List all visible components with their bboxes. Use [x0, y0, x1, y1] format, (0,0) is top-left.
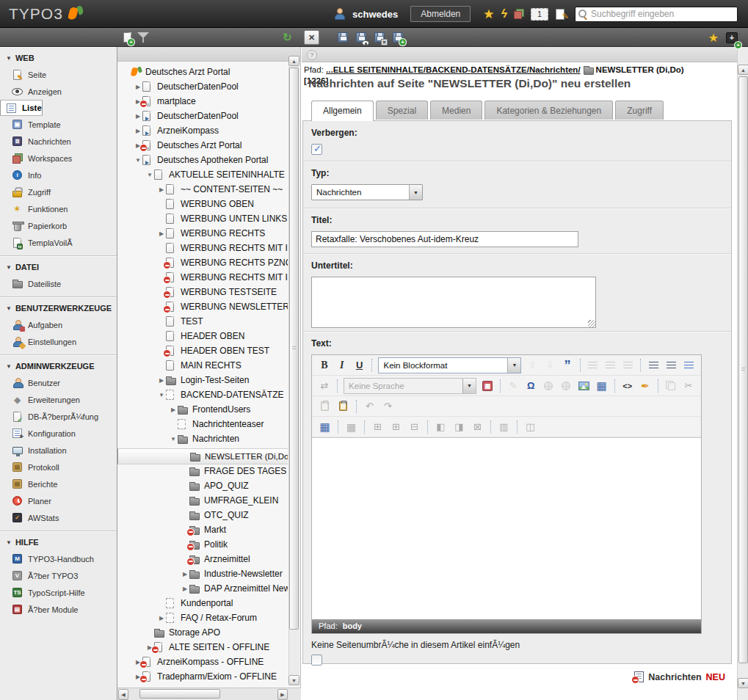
- path-link[interactable]: ...ELLE SEITENINHALTE/BACKEND-DATENSÄTZE…: [326, 65, 581, 74]
- tree-node--content-seiten-[interactable]: ▶~~ CONTENT-SEITEN ~~: [117, 182, 288, 197]
- expand-arrow-icon[interactable]: ▶: [181, 586, 189, 592]
- menu-section-header-web[interactable]: ▼WEB: [0, 47, 117, 66]
- expand-arrow-icon[interactable]: ▶: [157, 186, 166, 193]
- content-scroll-up-button[interactable]: ▲: [738, 65, 748, 75]
- table-header-icon[interactable]: ▥: [495, 419, 512, 435]
- tree-node-werbung-unten-links[interactable]: WERBUNG UNTEN LINKS: [117, 211, 288, 226]
- collapse-arrow-icon[interactable]: ▼: [134, 157, 142, 164]
- help-icon[interactable]: ?: [307, 50, 317, 60]
- expand-arrow-icon[interactable]: ▶: [134, 84, 142, 90]
- tree-node-politik[interactable]: Politik: [117, 537, 288, 552]
- sidebar-item-papierkorb[interactable]: Papierkorb: [0, 217, 117, 234]
- tree-node-dap-arzneimittel-news[interactable]: ▶DAP Arzneimittel News: [117, 581, 288, 596]
- sidebar-item-konfiguration[interactable]: ▸Konfiguration: [0, 425, 117, 442]
- sidebar-item-db-berpr-fung[interactable]: ✓DB-Ã?berprÃ¼fung: [0, 408, 117, 425]
- table-properties-icon[interactable]: ▦: [316, 419, 333, 435]
- insert-row-after-icon[interactable]: ⊞: [388, 419, 404, 435]
- sidebar-item-templavoil-[interactable]: tvTemplaVoilÃ: [0, 234, 117, 251]
- tree-scroll-left-button[interactable]: ◀: [118, 689, 128, 700]
- sidebar-item-installation[interactable]: Installation: [0, 442, 117, 459]
- tab-spezial[interactable]: Spezial: [376, 101, 428, 120]
- tree-node-header-oben[interactable]: HEADER OBEN: [117, 329, 288, 343]
- expand-arrow-icon[interactable]: ▶: [134, 113, 142, 120]
- tree-node-markt[interactable]: Markt: [117, 522, 288, 537]
- tab-allgemein[interactable]: Allgemein: [311, 101, 374, 121]
- new-record-icon[interactable]: +: [123, 32, 131, 43]
- typo3-logo[interactable]: TYPO3: [9, 5, 84, 23]
- tree-node-test[interactable]: TEST: [117, 314, 288, 329]
- text-direction-icon[interactable]: ⇄: [316, 378, 333, 394]
- language-select[interactable]: Keine Sprache▼: [344, 378, 476, 394]
- block-format-select[interactable]: Kein Blockformat▼: [378, 357, 521, 373]
- username[interactable]: schwedes: [352, 9, 398, 20]
- menu-section-header-datei[interactable]: ▼DATEI: [0, 256, 117, 275]
- sidebar-item-seite[interactable]: ✎Seite: [0, 66, 117, 83]
- collapse-arrow-icon[interactable]: ▼: [145, 172, 154, 178]
- tree-node-werbung-rechts-mit-ims[interactable]: WERBUNG RECHTS MIT IMS: [117, 270, 288, 285]
- special-character-icon[interactable]: Ω: [523, 378, 539, 394]
- tree-node-deutsches-arzt-portal[interactable]: Deutsches Arzt Portal: [117, 65, 288, 79]
- content-scrollbar-thumb[interactable]: [738, 76, 748, 663]
- add-bookmark-icon[interactable]: ★+: [708, 31, 719, 45]
- view-source-icon[interactable]: <>: [620, 378, 636, 394]
- bookmark-star-icon[interactable]: ★: [483, 7, 494, 22]
- tree-node-deutsches-arzt-portal[interactable]: ▶Deutsches Arzt Portal: [117, 138, 288, 153]
- tree-node-storage-apo[interactable]: Storage APO: [117, 625, 288, 640]
- sidebar-item-zugriff[interactable]: Zugriff: [0, 183, 117, 200]
- workspace-icon[interactable]: [514, 9, 524, 19]
- tree-node-main-rechts[interactable]: MAIN RECHTS: [117, 358, 288, 373]
- sidebar-item-funktionen[interactable]: ✶Funktionen: [0, 200, 117, 217]
- tree-node-nachrichten[interactable]: ▼Nachrichten: [117, 431, 288, 446]
- menu-section-header-hilfe[interactable]: ▼HILFE: [0, 531, 117, 550]
- rte-editing-area[interactable]: [312, 437, 701, 619]
- tree-node-martplace[interactable]: ▶martplace: [117, 94, 288, 109]
- align-left-icon[interactable]: [585, 357, 601, 373]
- sidebar-item-liste[interactable]: Liste: [0, 100, 43, 116]
- cut-icon[interactable]: ✂: [680, 378, 697, 394]
- italic-icon[interactable]: I: [334, 357, 350, 373]
- tree-node-otc-quiz[interactable]: OTC_QUIZ: [117, 508, 288, 522]
- bold-icon[interactable]: B: [316, 357, 333, 373]
- sidebar-item-typoscript-hilfe[interactable]: TSTypoScript-Hilfe: [0, 584, 117, 601]
- tree-scroll-right-button[interactable]: ▶: [277, 689, 288, 700]
- type-select[interactable]: Nachrichten ▼: [311, 184, 423, 200]
- unlink-icon[interactable]: [558, 378, 574, 394]
- tree-node-werbung-oben[interactable]: WERBUNG OBEN: [117, 197, 288, 211]
- save-icon[interactable]: [338, 32, 348, 43]
- sidebar-item-awstats[interactable]: ✓AWStats: [0, 509, 117, 526]
- tree-node-frage-des-tages[interactable]: FRAGE DES TAGES: [117, 464, 288, 478]
- tree-node-arzneikompass-offline[interactable]: ▶ArzneiKompass - OFFLINE: [117, 655, 288, 669]
- tree-node-werbung-rechts[interactable]: ▶WERBUNG RECHTS: [117, 226, 288, 241]
- tree-node-tradepharm-exiom-offline[interactable]: ▶Tradepharm/Exiom - OFFLINE: [117, 669, 288, 684]
- title-input[interactable]: [311, 231, 578, 247]
- collapse-arrow-icon[interactable]: ▼: [169, 436, 178, 442]
- unordered-list-icon[interactable]: [663, 357, 679, 373]
- ordered-list-icon[interactable]: [645, 357, 661, 373]
- sidebar-item-aufgaben[interactable]: Aufgaben: [0, 316, 117, 333]
- sidebar-item--ber-module[interactable]: ▤Ã?ber Module: [0, 601, 117, 618]
- paste-toggle-icon[interactable]: [335, 398, 352, 415]
- hide-checkbox[interactable]: [311, 144, 322, 155]
- rte-path-value[interactable]: body: [343, 619, 362, 633]
- insert-table-icon[interactable]: ▦: [594, 378, 610, 394]
- blockquote-icon[interactable]: ”: [559, 357, 575, 373]
- tree-node-deutscherdatenpool[interactable]: ▶DeutscherDatenPool: [117, 79, 288, 94]
- insert-row-before-icon[interactable]: ⊞: [369, 419, 386, 435]
- sidebar-item-berichte[interactable]: ▤Berichte: [0, 475, 117, 492]
- tree-node-arzneimittel[interactable]: Arzneimittel: [117, 552, 288, 566]
- tree-scrollbar-thumb[interactable]: [289, 68, 299, 630]
- collapse-arrow-icon[interactable]: ▼: [157, 392, 166, 398]
- align-right-icon[interactable]: [620, 357, 636, 373]
- sidebar-item-erweiterungen[interactable]: ◆Erweiterungen: [0, 391, 117, 408]
- tree-node-kundenportal[interactable]: Kundenportal: [117, 596, 288, 610]
- expand-arrow-icon[interactable]: ▶: [157, 615, 166, 621]
- sidebar-item-template[interactable]: ▣Template: [0, 116, 117, 133]
- tree-node-aktuelle-seiteninhalte[interactable]: ▼AKTUELLE SEITENINHALTE: [117, 167, 288, 182]
- tree-node-werbung-newsletter-rec[interactable]: WERBUNG NEWSLETTER REC: [117, 299, 288, 314]
- open-documents-badge[interactable]: 1: [531, 8, 548, 21]
- tree-node-faq-retax-forum[interactable]: ▶FAQ / Retax-Forum: [117, 610, 288, 625]
- open-documents-icon[interactable]: [555, 8, 568, 20]
- tree-node-apo-quiz[interactable]: APO_QUIZ: [117, 478, 288, 493]
- menu-section-header-benutzerwerkzeuge[interactable]: ▼BENUTZERWERKZEUGE: [0, 297, 117, 316]
- tree-node-nachrichtenteaser[interactable]: Nachrichtenteaser: [117, 417, 288, 431]
